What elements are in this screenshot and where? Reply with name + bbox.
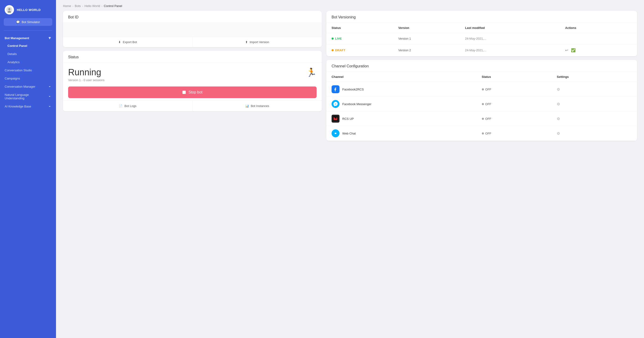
draft-actions: ↩ ✅ <box>565 48 632 52</box>
breadcrumb-sep2: › <box>82 5 83 7</box>
svg-point-1 <box>8 8 10 10</box>
bot-management-section: Bot Management <box>0 34 56 42</box>
channel-row-rcs-up: RCS UP OFF ⚙ <box>326 111 637 126</box>
channel-config-card: Channel Configuration Channel Status Set… <box>326 60 637 141</box>
gear-icon-facebook2rcs[interactable]: ⚙ <box>557 87 560 92</box>
restore-icon[interactable]: ↩ <box>565 48 568 52</box>
approve-icon[interactable]: ✅ <box>571 48 576 52</box>
svg-rect-6 <box>334 118 335 120</box>
sidebar-group-conversation-studio[interactable]: Conversation Studio <box>0 66 56 74</box>
versioning-col-actions: Actions <box>565 26 632 30</box>
bot-id-title: Bot ID <box>68 15 78 19</box>
running-row: Running 🏃 <box>68 67 317 77</box>
content-area: Bot ID ⬇ Export Bot ⬆ Import Version <box>56 11 644 338</box>
sidebar-item-analytics[interactable]: Analytics <box>0 58 56 66</box>
channel-logo-rcs-up <box>332 115 340 123</box>
svg-rect-8 <box>336 117 337 120</box>
channel-name-rcs-up: RCS UP <box>332 115 482 123</box>
bot-logs-actions: 📄 Bot Logs 📊 Bot Instances <box>63 100 322 111</box>
versioning-col-last-modified: Last modified <box>465 26 565 30</box>
svg-point-10 <box>335 133 336 134</box>
svg-rect-7 <box>336 119 336 120</box>
upload-icon: ⬆ <box>245 40 248 44</box>
running-text: Running <box>68 67 101 77</box>
running-person-icon: 🏃 <box>306 68 317 77</box>
bot-simulator-button[interactable]: 💬 Bot Simulator <box>4 18 52 26</box>
draft-status-dot <box>332 49 334 51</box>
channel-status-dot-rcs-up <box>482 118 484 120</box>
channel-row-facebook-messenger: Facebook Messenger OFF ⚙ <box>326 97 637 111</box>
live-status-dot <box>332 37 334 40</box>
channel-name-facebook2rcs: Facebook2RCS <box>332 85 482 93</box>
channel-config-title: Channel Configuration <box>332 64 369 68</box>
stop-bot-button[interactable]: Stop bot <box>68 86 317 98</box>
rcs-up-name: RCS UP <box>342 117 354 120</box>
versioning-title: Bot Versioning <box>332 15 356 19</box>
sidebar-group-conversation-manager[interactable]: Conversation Manager <box>0 82 56 91</box>
chat-icon: 💬 <box>16 20 20 24</box>
channel-status-dot-web-chat <box>482 132 484 134</box>
live-last-modified: 24-May-2021,... <box>465 37 565 40</box>
bot-instances-button[interactable]: 📊 Bot Instances <box>192 101 322 111</box>
breadcrumb-bots[interactable]: Bots <box>75 4 81 8</box>
channel-status-web-chat: OFF <box>482 132 557 135</box>
draft-version: Version 2 <box>398 48 465 52</box>
stop-icon <box>182 91 186 94</box>
channel-status-dot-facebook-messenger <box>482 103 484 105</box>
bot-actions: ⬇ Export Bot ⬆ Import Version <box>63 37 322 47</box>
gear-icon-facebook-messenger[interactable]: ⚙ <box>557 102 560 106</box>
gear-icon-rcs-up[interactable]: ⚙ <box>557 117 560 121</box>
versioning-table-header: Status Version Last modified Actions <box>326 23 637 33</box>
live-version: Version 1 <box>398 37 465 40</box>
status-content: Running 🏃 Version 1 - 0 user sessions St… <box>63 63 322 100</box>
sidebar-item-control-panel[interactable]: Control Panel <box>0 42 56 50</box>
channel-status-facebook2rcs: OFF <box>482 88 557 91</box>
versioning-col-status: Status <box>332 26 398 30</box>
channel-logo-facebook-messenger <box>332 100 340 108</box>
web-chat-name: Web Chat <box>342 132 356 135</box>
versioning-row-draft: DRAFT Version 2 24-May-2021,... ↩ ✅ <box>326 44 637 56</box>
gear-icon-web-chat[interactable]: ⚙ <box>557 131 560 136</box>
download-icon: ⬇ <box>118 40 121 44</box>
bot-id-card: Bot ID ⬇ Export Bot ⬆ Import Version <box>63 11 322 47</box>
channel-status-dot-facebook2rcs <box>482 88 484 90</box>
channel-col-settings: Settings <box>557 75 632 78</box>
bot-logs-button[interactable]: 📄 Bot Logs <box>63 101 192 111</box>
versioning-row-live: LIVE Version 1 24-May-2021,... <box>326 33 637 44</box>
facebook2rcs-name: Facebook2RCS <box>342 88 364 91</box>
channel-settings-facebook2rcs: ⚙ <box>557 87 632 92</box>
channel-config-header: Channel Configuration <box>326 60 637 72</box>
export-bot-button[interactable]: ⬇ Export Bot <box>63 37 192 47</box>
channel-name-facebook-messenger: Facebook Messenger <box>332 100 482 108</box>
draft-status-badge: DRAFT <box>332 48 398 52</box>
import-version-button[interactable]: ⬆ Import Version <box>192 37 322 47</box>
sidebar: HELLO WORLD 💬 Bot Simulator Bot Manageme… <box>0 0 56 338</box>
versioning-col-version: Version <box>398 26 465 30</box>
sidebar-item-details[interactable]: Details <box>0 50 56 58</box>
channel-name-web-chat: Web Chat <box>332 129 482 137</box>
channel-settings-rcs-up: ⚙ <box>557 117 632 121</box>
channel-settings-facebook-messenger: ⚙ <box>557 102 632 106</box>
versioning-card-header: Bot Versioning <box>326 11 637 23</box>
channel-settings-web-chat: ⚙ <box>557 131 632 136</box>
channel-logo-web-chat <box>332 129 340 137</box>
breadcrumb-hello-world[interactable]: Hello World <box>84 4 100 8</box>
breadcrumb-sep1: › <box>72 5 74 7</box>
channel-logo-facebook2rcs <box>332 85 340 93</box>
avatar <box>5 5 14 14</box>
main-content: Home › Bots › Hello World › Control Pane… <box>56 0 644 338</box>
sidebar-group-campaigns[interactable]: Campaigns <box>0 74 56 82</box>
breadcrumb-sep3: › <box>102 5 102 7</box>
live-status-badge: LIVE <box>332 37 398 40</box>
breadcrumb-home[interactable]: Home <box>63 4 71 8</box>
channel-status-facebook-messenger: OFF <box>482 102 557 106</box>
version-sessions: Version 1 - 0 user sessions <box>68 78 317 82</box>
channel-table-header: Channel Status Settings <box>326 72 637 82</box>
channel-row-facebook2rcs: Facebook2RCS OFF ⚙ <box>326 82 637 97</box>
svg-rect-5 <box>334 117 334 120</box>
logs-icon: 📄 <box>119 104 122 108</box>
sidebar-group-ai-knowledge[interactable]: AI Knowledge Base <box>0 102 56 110</box>
left-column: Bot ID ⬇ Export Bot ⬆ Import Version <box>63 11 322 331</box>
facebook-messenger-name: Facebook Messenger <box>342 102 372 106</box>
sidebar-group-nlu[interactable]: Natural Language Understanding <box>0 91 56 102</box>
